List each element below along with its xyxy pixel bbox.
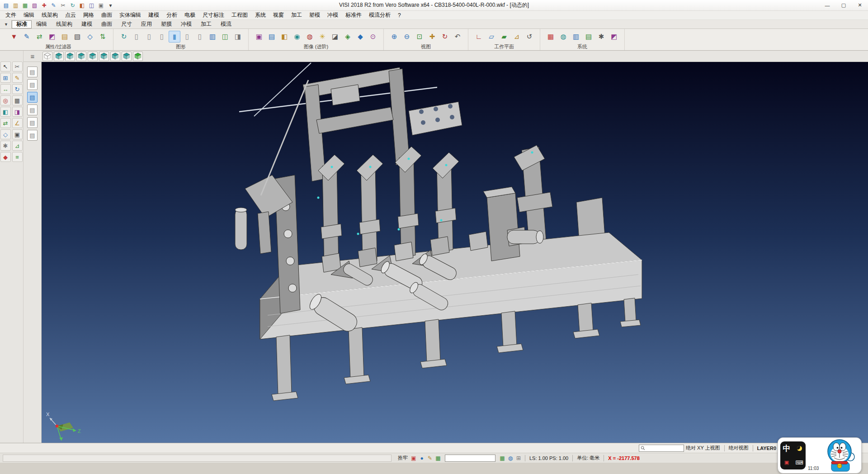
transparent-style-icon[interactable]: ▯ — [181, 31, 193, 43]
workplane-toggle-icon[interactable]: ⊞ — [514, 454, 523, 462]
view-iso-cube-2[interactable] — [122, 52, 132, 61]
menu-item[interactable]: 线架构 — [38, 10, 61, 20]
solid-icon[interactable]: ▣ — [12, 129, 23, 139]
view-front-cube[interactable] — [65, 52, 75, 61]
toolbar-tab[interactable]: 标准 — [12, 20, 32, 28]
center-snap-icon[interactable]: ◎ — [0, 95, 11, 105]
table-icon[interactable]: ▥ — [570, 31, 582, 43]
render-scene-icon[interactable]: ◈ — [342, 31, 354, 43]
menu-item[interactable]: 网格 — [80, 10, 98, 20]
menu-item[interactable]: 模流分析 — [365, 10, 394, 20]
edit-icon[interactable]: ✎ — [49, 1, 58, 9]
status-command-input[interactable] — [445, 455, 495, 462]
menu-item[interactable]: 冲模 — [324, 10, 342, 20]
select-icon[interactable]: ↖ — [0, 62, 11, 71]
sketch-icon[interactable]: ✎ — [12, 73, 23, 83]
attribute-match-icon[interactable]: ◩ — [46, 31, 58, 43]
clipboard-view-1[interactable]: ▤ — [27, 66, 38, 77]
menu-item[interactable]: 实体编辑 — [116, 10, 145, 20]
layers-toggle-icon[interactable]: ▦ — [498, 454, 506, 462]
list-icon[interactable]: ≡ — [12, 152, 23, 162]
command-prompt-area[interactable] — [3, 455, 392, 462]
close-button[interactable]: ✕ — [852, 0, 868, 10]
render-shadow-icon[interactable]: ◪ — [329, 31, 341, 43]
grid-toggle-icon[interactable]: ▦ — [434, 454, 442, 462]
shaded-edges-style-icon[interactable]: ▮ — [169, 31, 180, 43]
toolbar-tab[interactable]: 应用 — [137, 20, 156, 28]
wireframe-style-icon[interactable]: ▯ — [131, 31, 142, 43]
toolbar-tab[interactable]: 冲模 — [176, 20, 196, 28]
clipboard-view-6[interactable]: ▤ — [27, 130, 38, 141]
workplane-xy-icon[interactable]: ∟ — [473, 31, 485, 43]
zoom-fit-icon[interactable]: ⊡ — [414, 31, 425, 43]
viewport-menu-icon[interactable]: ≡ — [28, 52, 37, 61]
render-sphere-icon[interactable]: ◉ — [291, 31, 303, 43]
ime-grid-icon[interactable]: ▣ — [784, 460, 789, 465]
zoom-out-icon[interactable]: ⊖ — [401, 31, 413, 43]
workplane-face-icon[interactable]: ▰ — [498, 31, 510, 43]
menu-item[interactable]: 标准件 — [342, 10, 365, 20]
menu-item[interactable]: 电极 — [181, 10, 199, 20]
window-icon[interactable]: ◧ — [78, 1, 86, 9]
toolbar-tab[interactable]: 曲面 — [97, 20, 117, 28]
menu-item[interactable]: ? — [394, 11, 405, 19]
rotate-icon[interactable]: ↻ — [12, 84, 23, 94]
menu-item[interactable]: 尺寸标注 — [199, 10, 228, 20]
menu-item[interactable]: 点云 — [61, 10, 80, 20]
redraw-icon[interactable]: ↻ — [118, 31, 130, 43]
color-palette-icon[interactable]: ▦ — [545, 31, 557, 43]
view-left-cube[interactable] — [88, 52, 98, 61]
view-right-cube[interactable] — [99, 52, 109, 61]
rotate-view-icon[interactable]: ↻ — [439, 31, 451, 43]
save-icon[interactable]: ▦ — [21, 1, 29, 9]
material-icon[interactable]: ◩ — [608, 31, 620, 43]
graphics-settings-icon[interactable]: ◨ — [232, 31, 244, 43]
ime-language-indicator[interactable]: 中 — [783, 443, 791, 454]
menu-item[interactable]: 建模 — [145, 10, 163, 20]
file-new-icon[interactable]: ▤ — [2, 1, 10, 9]
active-layer-label[interactable]: LAYER0 — [755, 446, 778, 451]
element-filter-icon[interactable]: ◇ — [84, 31, 96, 43]
cad-model[interactable]: X Y Z — [42, 62, 868, 443]
menu-item[interactable]: 分析 — [163, 10, 181, 20]
selection-filter-icon[interactable]: ▧ — [71, 31, 83, 43]
shaded-style-icon[interactable]: ▯ — [156, 31, 168, 43]
swap-icon[interactable]: ⇄ — [0, 118, 11, 128]
attribute-copy-icon[interactable]: ⇄ — [33, 31, 45, 43]
image-film-icon[interactable]: ▤ — [266, 31, 278, 43]
minimize-button[interactable]: — — [819, 0, 835, 10]
attribute-filter-icon[interactable]: ▼ — [8, 31, 20, 43]
view-back-cube[interactable] — [76, 52, 86, 61]
world-icon[interactable]: ◍ — [506, 454, 514, 462]
star-snap-icon[interactable]: ✱ — [0, 141, 11, 151]
grid-icon[interactable]: ▣ — [97, 1, 105, 9]
analysis-style-icon[interactable]: ▯ — [194, 31, 206, 43]
ime-panel[interactable]: 中 ▣ ⌨ — [780, 441, 806, 469]
view-top-cube[interactable] — [54, 52, 64, 61]
render-cube-icon[interactable]: ◆ — [354, 31, 366, 43]
clipboard-view-4[interactable]: ▤ — [27, 104, 38, 115]
menu-item[interactable]: 文件 — [2, 10, 20, 20]
toolbar-tab[interactable]: 塑膜 — [156, 20, 176, 28]
clipboard-view-3[interactable]: ▤ — [27, 92, 38, 103]
move-icon[interactable]: ↔ — [0, 84, 11, 94]
zoom-in-icon[interactable]: ⊕ — [388, 31, 400, 43]
globe-icon[interactable]: ◍ — [557, 31, 569, 43]
diamond-snap-icon[interactable]: ◇ — [0, 129, 11, 139]
hidden-line-style-icon[interactable]: ▯ — [143, 31, 155, 43]
toolbar-tab[interactable]: 编辑 — [32, 20, 52, 28]
ime-moon-icon[interactable] — [797, 446, 802, 451]
half-section-icon[interactable]: ◧ — [0, 107, 11, 117]
absolute-view-label[interactable]: 绝对视图 — [727, 445, 750, 451]
attribute-brush-icon[interactable]: ✎ — [21, 31, 33, 43]
pan-icon[interactable]: ✚ — [426, 31, 438, 43]
menu-item[interactable]: 系统 — [251, 10, 269, 20]
view-search-box[interactable] — [639, 445, 684, 452]
mesh-icon[interactable]: ▦ — [12, 95, 23, 105]
draft-style-icon[interactable]: ▥ — [207, 31, 218, 43]
pin-label[interactable]: 拴牢 — [396, 455, 410, 461]
toolbar-tab[interactable]: 模流 — [216, 20, 236, 28]
image-mask-icon[interactable]: ◧ — [278, 31, 290, 43]
view-search-input[interactable] — [646, 446, 683, 450]
snap-toggle-icon[interactable]: ▣ — [410, 454, 418, 462]
